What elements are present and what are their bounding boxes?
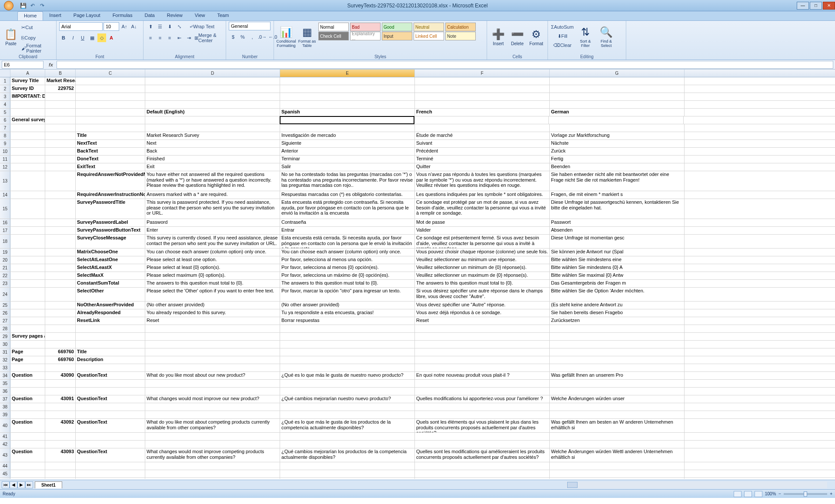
- cell-A6[interactable]: General survey texts: [10, 116, 45, 124]
- cell-D44[interactable]: [145, 462, 280, 470]
- row-header-8[interactable]: 8: [0, 132, 10, 139]
- grow-font-icon[interactable]: A↑: [120, 22, 129, 31]
- cell-C33[interactable]: [76, 364, 145, 371]
- ribbon-tab-home[interactable]: Home: [17, 11, 43, 20]
- cell-A32[interactable]: Page: [10, 356, 45, 364]
- delete-button[interactable]: ➖Delete: [509, 22, 526, 52]
- cell-B7[interactable]: [45, 124, 76, 132]
- cell-A28[interactable]: [10, 325, 45, 332]
- cell-C35[interactable]: [76, 380, 145, 387]
- cell-G9[interactable]: Nächste: [550, 140, 685, 147]
- cell-E10[interactable]: Anterior: [280, 148, 415, 155]
- style-good[interactable]: Good: [382, 23, 412, 31]
- cell-A33[interactable]: [10, 364, 45, 371]
- cell-A26[interactable]: [10, 309, 45, 317]
- cell-C26[interactable]: AlreadyResponded: [76, 309, 145, 317]
- cell-D21[interactable]: Please select at least {0} option(s).: [145, 264, 280, 272]
- minimize-button[interactable]: —: [797, 2, 809, 10]
- cell-G15[interactable]: Diese Umfrage ist passwortgeschü kennen,…: [550, 199, 685, 219]
- row-header-11[interactable]: 11: [0, 156, 10, 163]
- cell-F13[interactable]: Vous n'avez pas répondu à toutes les que…: [415, 171, 550, 191]
- cell-B41[interactable]: [45, 433, 76, 440]
- cell-B12[interactable]: [45, 163, 76, 171]
- cell-A17[interactable]: [10, 227, 45, 234]
- cell-A3[interactable]: IMPORTANT: Do not modify the format of t…: [10, 93, 45, 100]
- cell-G31[interactable]: [550, 348, 685, 356]
- cell-D25[interactable]: (No other answer provided): [145, 302, 280, 309]
- cell-G36[interactable]: [550, 388, 685, 395]
- cell-D27[interactable]: Reset: [145, 317, 280, 325]
- cell-G37[interactable]: Welche Änderungen würden unser: [550, 395, 685, 403]
- cell-E37[interactable]: ¿Qué cambios mejorarían nuestro nuevo pr…: [280, 395, 415, 403]
- font-color-button[interactable]: A: [107, 33, 116, 42]
- row-header-9[interactable]: 9: [0, 140, 10, 147]
- cell-F29[interactable]: [415, 333, 550, 340]
- cell-F15[interactable]: Ce sondage est protégé par un mot de pas…: [415, 199, 550, 219]
- cell-A11[interactable]: [10, 156, 45, 163]
- cell-B34[interactable]: 43090: [45, 372, 76, 379]
- row-header-38[interactable]: 38: [0, 403, 10, 411]
- cell-E21[interactable]: Por favor, selecciona al menos {0} opció…: [280, 264, 415, 272]
- format-button[interactable]: ⚙Format: [528, 22, 545, 52]
- cell-D12[interactable]: Exit: [145, 163, 280, 171]
- ribbon-tab-insert[interactable]: Insert: [43, 11, 67, 20]
- cell-C7[interactable]: [76, 124, 145, 132]
- cell-G46[interactable]: Wenn unser neues Produkt bereits wahrsch…: [550, 478, 685, 479]
- cell-E31[interactable]: [280, 348, 415, 356]
- cell-E2[interactable]: [280, 85, 415, 93]
- style-neutral[interactable]: Neutral: [414, 23, 444, 31]
- cell-G12[interactable]: Beenden: [550, 163, 685, 171]
- cell-B26[interactable]: [45, 309, 76, 317]
- ribbon-tab-data[interactable]: Data: [138, 11, 160, 20]
- style-calculation[interactable]: Calculation: [445, 23, 476, 31]
- cell-G29[interactable]: [550, 333, 685, 340]
- row-header-17[interactable]: 17: [0, 227, 10, 234]
- cell-C12[interactable]: ExitText: [76, 163, 145, 171]
- cell-C2[interactable]: [76, 85, 145, 93]
- cell-E44[interactable]: [280, 462, 415, 470]
- cell-G45[interactable]: [550, 470, 685, 477]
- cell-A22[interactable]: [10, 272, 45, 279]
- cell-A29[interactable]: Survey pages and questions: [10, 333, 45, 340]
- italic-button[interactable]: I: [69, 33, 77, 42]
- cell-C29[interactable]: [76, 333, 145, 340]
- cell-B24[interactable]: [45, 288, 76, 301]
- cell-A40[interactable]: Question: [10, 419, 45, 432]
- cell-B1[interactable]: Market Research Survey: [45, 77, 76, 85]
- cell-F25[interactable]: Vous devez spécifier une "Autre" réponse…: [415, 302, 550, 309]
- cell-A10[interactable]: [10, 148, 45, 155]
- cell-D34[interactable]: What do you like most about our new prod…: [145, 372, 280, 379]
- cell-D35[interactable]: [145, 380, 280, 387]
- cell-E34[interactable]: ¿Qué es lo que más le gusta de nuestro n…: [280, 372, 415, 379]
- cell-E9[interactable]: Siguiente: [280, 140, 415, 147]
- cell-G35[interactable]: [550, 380, 685, 387]
- cell-D11[interactable]: Finished: [145, 156, 280, 163]
- zoom-in-button[interactable]: +: [830, 491, 832, 496]
- cell-C42[interactable]: [76, 441, 145, 448]
- cell-D3[interactable]: [145, 93, 280, 100]
- cell-E25[interactable]: (No other answer provided): [280, 302, 415, 309]
- row-header-5[interactable]: 5: [0, 109, 10, 116]
- clear-button[interactable]: ⌫ Clear: [551, 41, 574, 50]
- style-normal[interactable]: Normal: [318, 23, 349, 31]
- ribbon-tab-page-layout[interactable]: Page Layout: [67, 11, 107, 20]
- cell-F21[interactable]: Veuillez sélectionner un minimum de {0} …: [415, 264, 550, 272]
- cell-D36[interactable]: [145, 388, 280, 395]
- align-center-icon[interactable]: ≡: [156, 33, 164, 42]
- cell-G1[interactable]: [550, 77, 685, 85]
- row-header-3[interactable]: 3: [0, 93, 10, 100]
- cell-B46[interactable]: [45, 478, 76, 479]
- align-middle-icon[interactable]: ☰: [156, 22, 164, 31]
- cell-D7[interactable]: [145, 124, 280, 132]
- row-header-15[interactable]: 15: [0, 199, 10, 219]
- sheet-tab[interactable]: Sheet1: [35, 481, 62, 488]
- row-header-29[interactable]: 29: [0, 333, 10, 340]
- col-header-G[interactable]: G: [550, 70, 685, 77]
- cell-F46[interactable]: Si notre nouveau produit était disponibl…: [415, 478, 550, 479]
- cell-B9[interactable]: [45, 140, 76, 147]
- cell-F33[interactable]: [415, 364, 550, 371]
- cell-E8[interactable]: Investigación de mercado: [280, 132, 415, 139]
- cell-D6[interactable]: [145, 116, 280, 124]
- view-pagebreak-icon[interactable]: [755, 491, 762, 497]
- cell-B42[interactable]: [45, 441, 76, 448]
